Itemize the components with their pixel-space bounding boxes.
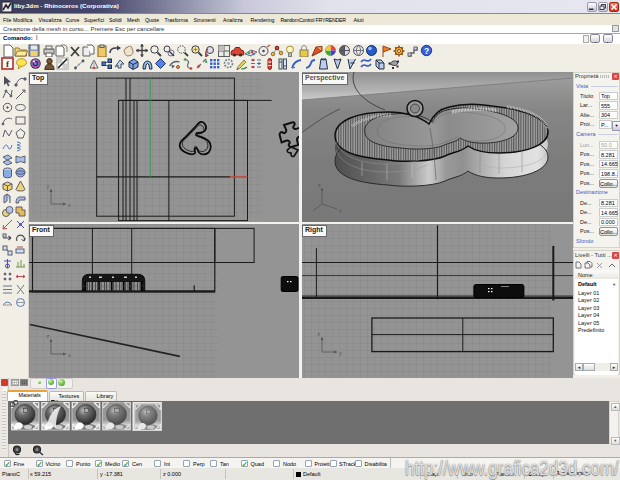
svg-text:z: z <box>318 182 321 188</box>
svg-text:y: y <box>339 207 342 213</box>
svg-text:y: y <box>47 183 50 189</box>
svg-text:x: x <box>68 202 71 208</box>
svg-text:?: ? <box>424 46 429 56</box>
svg-text:x: x <box>68 352 71 358</box>
svg-text:z: z <box>318 331 321 337</box>
svg-text:z: z <box>47 333 50 339</box>
svg-text:y: y <box>339 350 342 356</box>
